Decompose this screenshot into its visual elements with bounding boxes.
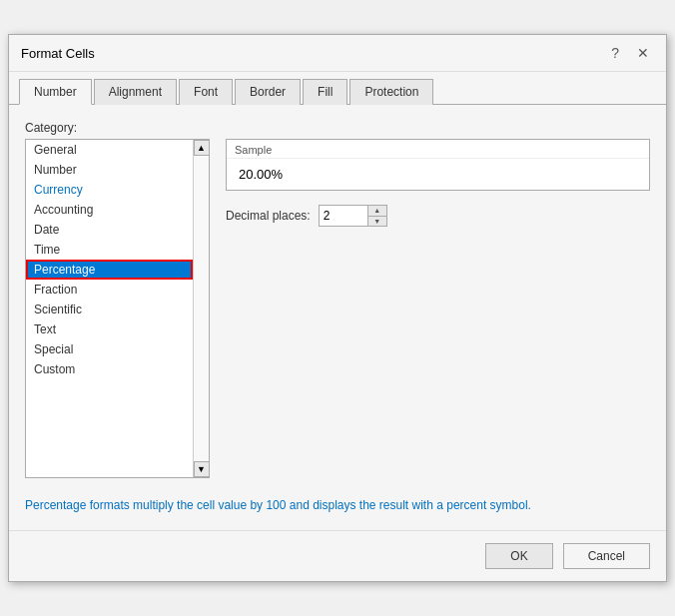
sample-box: Sample 20.00%	[226, 139, 650, 191]
main-content: General Number Currency Accounting Date …	[25, 139, 650, 478]
category-list-container: General Number Currency Accounting Date …	[25, 139, 210, 478]
list-item-special[interactable]: Special	[26, 339, 193, 359]
list-item-time[interactable]: Time	[26, 240, 193, 260]
list-item-currency[interactable]: Currency	[26, 180, 193, 200]
tab-border[interactable]: Border	[235, 79, 301, 105]
list-item-accounting[interactable]: Accounting	[26, 200, 193, 220]
dialog-footer: OK Cancel	[9, 530, 666, 581]
dialog-body: Category: General Number Currency Accoun…	[9, 105, 666, 530]
list-item-scientific[interactable]: Scientific	[26, 300, 193, 319]
list-item-text[interactable]: Text	[26, 319, 193, 339]
title-bar-buttons: ? ✕	[606, 43, 654, 63]
category-label: Category:	[25, 121, 650, 135]
help-button[interactable]: ?	[606, 43, 624, 63]
spin-up-button[interactable]: ▲	[368, 206, 386, 217]
right-panel: Sample 20.00% Decimal places: ▲ ▼	[226, 139, 650, 478]
tab-fill[interactable]: Fill	[303, 79, 347, 105]
scroll-up-button[interactable]: ▲	[194, 140, 210, 156]
spin-down-button[interactable]: ▼	[368, 217, 386, 227]
tab-font[interactable]: Font	[179, 79, 233, 105]
tab-alignment[interactable]: Alignment	[94, 79, 177, 105]
description-text: Percentage formats multiply the cell val…	[25, 496, 650, 514]
tab-protection[interactable]: Protection	[349, 79, 433, 105]
category-box: General Number Currency Accounting Date …	[25, 139, 210, 478]
list-item-custom[interactable]: Custom	[26, 359, 193, 379]
tab-bar: Number Alignment Font Border Fill Protec…	[9, 72, 666, 105]
list-item-general[interactable]: General	[26, 140, 193, 160]
spinner-buttons: ▲ ▼	[368, 205, 387, 227]
list-item-number[interactable]: Number	[26, 160, 193, 180]
decimal-input[interactable]	[319, 205, 368, 227]
list-scrollbar[interactable]: ▲ ▼	[193, 140, 209, 477]
scroll-down-button[interactable]: ▼	[194, 461, 210, 477]
decimal-spinner: ▲ ▼	[319, 205, 387, 227]
cancel-button[interactable]: Cancel	[563, 543, 650, 569]
dialog-title: Format Cells	[21, 46, 95, 61]
tab-number[interactable]: Number	[19, 79, 92, 105]
decimal-row: Decimal places: ▲ ▼	[226, 205, 650, 227]
list-item-date[interactable]: Date	[26, 220, 193, 240]
scroll-track	[194, 156, 209, 461]
sample-label: Sample	[227, 140, 649, 159]
title-bar: Format Cells ? ✕	[9, 35, 666, 72]
close-button[interactable]: ✕	[632, 43, 654, 63]
category-list[interactable]: General Number Currency Accounting Date …	[26, 140, 193, 477]
decimal-label: Decimal places:	[226, 209, 311, 223]
list-item-fraction[interactable]: Fraction	[26, 280, 193, 300]
list-item-percentage[interactable]: Percentage	[26, 260, 193, 280]
sample-value: 20.00%	[227, 159, 649, 190]
ok-button[interactable]: OK	[485, 543, 552, 569]
format-cells-dialog: Format Cells ? ✕ Number Alignment Font B…	[8, 34, 667, 582]
